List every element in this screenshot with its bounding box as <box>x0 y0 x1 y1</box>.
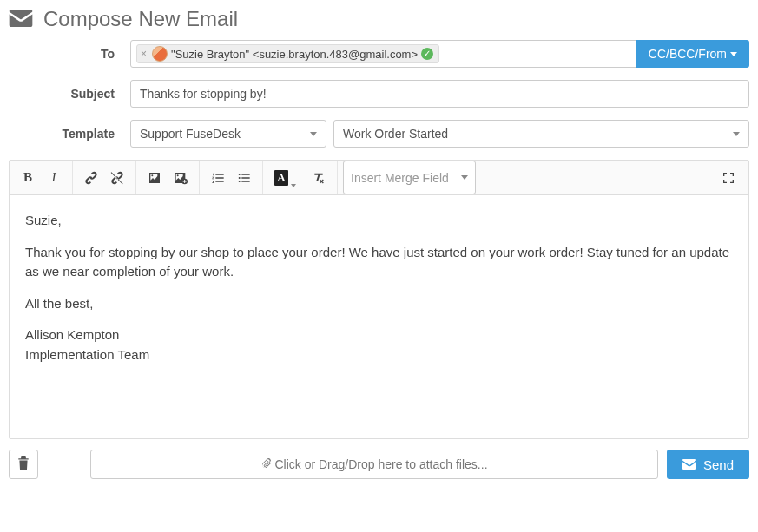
body-line: Thank you for stopping by our shop to pl… <box>25 243 733 282</box>
unordered-list-button[interactable] <box>231 165 257 191</box>
editor-body[interactable]: Suzie, Thank you for stopping by our sho… <box>10 195 748 438</box>
fullscreen-button[interactable] <box>715 165 742 191</box>
attach-dropzone[interactable]: Click or Drag/Drop here to attach files.… <box>90 450 658 479</box>
bold-button[interactable]: B <box>15 165 41 191</box>
merge-placeholder: Insert Merge Field <box>351 171 449 185</box>
mail-icon <box>682 457 696 472</box>
mail-icon <box>9 10 33 30</box>
body-line: Implementation Team <box>25 345 733 365</box>
discard-button[interactable] <box>9 450 38 479</box>
svg-point-4 <box>239 177 241 179</box>
body-line: Allison Kempton <box>25 325 733 345</box>
paperclip-icon <box>260 457 273 472</box>
send-label: Send <box>703 457 734 472</box>
caret-down-icon <box>310 132 317 136</box>
merge-field-select[interactable]: Insert Merge Field <box>343 161 476 194</box>
cc-bcc-from-button[interactable]: CC/BCC/From <box>636 40 749 68</box>
svg-point-3 <box>239 174 241 175</box>
template-label: Template <box>9 127 130 141</box>
subject-row: Subject <box>0 80 758 108</box>
to-label: To <box>9 47 130 61</box>
template-name-select[interactable]: Work Order Started <box>333 120 749 148</box>
template-name-value: Work Order Started <box>343 127 448 141</box>
caret-down-icon <box>733 132 740 136</box>
link-button[interactable] <box>78 165 104 191</box>
editor: B I <box>9 160 749 439</box>
caret-down-icon <box>461 175 468 180</box>
image-button[interactable] <box>142 165 168 191</box>
page-title: Compose New Email <box>43 7 238 31</box>
avatar <box>152 46 168 62</box>
body-line: Suzie, <box>25 211 733 231</box>
editor-toolbar: B I <box>10 161 748 195</box>
italic-button[interactable]: I <box>41 165 67 191</box>
to-row: To × "Suzie Brayton" <suzie.brayton.483@… <box>0 40 758 68</box>
verified-icon: ✓ <box>421 48 433 60</box>
template-row: Template Support FuseDesk Work Order Sta… <box>0 120 758 148</box>
caret-down-icon <box>730 52 737 56</box>
cc-bcc-label: CC/BCC/From <box>649 47 727 61</box>
recipient-chip[interactable]: × "Suzie Brayton" <suzie.brayton.483@gma… <box>136 44 439 63</box>
recipient-text: "Suzie Brayton" <suzie.brayton.483@gmail… <box>171 48 418 61</box>
subject-label: Subject <box>9 87 130 101</box>
ordered-list-button[interactable] <box>205 165 231 191</box>
body-line: All the best, <box>25 294 733 314</box>
trash-icon <box>17 456 30 473</box>
subject-input[interactable] <box>130 80 749 108</box>
attach-text: Click or Drag/Drop here to attach files.… <box>274 457 487 471</box>
footer: Click or Drag/Drop here to attach files.… <box>0 439 758 488</box>
text-color-button[interactable]: A <box>268 165 294 191</box>
caret-down-icon <box>291 184 296 187</box>
image-upload-button[interactable] <box>168 165 194 191</box>
page-header: Compose New Email <box>0 0 758 40</box>
to-input[interactable]: × "Suzie Brayton" <suzie.brayton.483@gma… <box>130 40 636 68</box>
template-group-value: Support FuseDesk <box>140 127 241 141</box>
clear-format-button[interactable] <box>306 165 332 191</box>
template-group-select[interactable]: Support FuseDesk <box>130 120 326 148</box>
svg-point-1 <box>177 174 179 176</box>
svg-point-0 <box>151 174 153 176</box>
svg-point-5 <box>239 181 241 182</box>
unlink-button[interactable] <box>104 165 130 191</box>
chip-remove-icon[interactable]: × <box>141 48 148 60</box>
send-button[interactable]: Send <box>667 450 749 479</box>
